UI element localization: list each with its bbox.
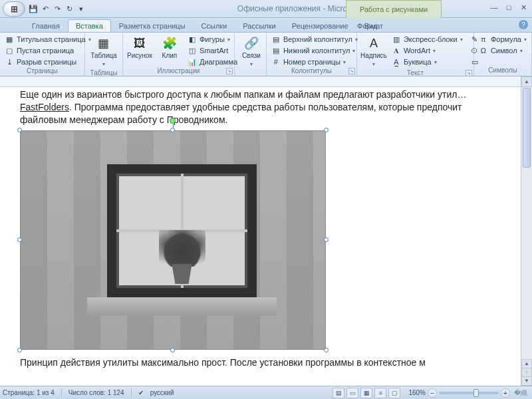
quickparts-icon: ▥ xyxy=(392,35,401,44)
minimize-button[interactable]: — xyxy=(488,3,500,12)
next-page-button[interactable]: ▼ xyxy=(521,376,532,386)
save-icon[interactable]: 💾 xyxy=(28,3,39,14)
repeat-icon[interactable]: ↻ xyxy=(64,3,74,14)
header-button[interactable]: ▤Верхний колонтитул xyxy=(269,34,360,45)
web-layout-view-button[interactable]: ▦ xyxy=(360,388,372,398)
picture-button[interactable]: 🖼Рисунок xyxy=(126,34,154,61)
symbol-icon: Ω xyxy=(479,46,488,55)
blank-page-button[interactable]: ▢Пустая страница xyxy=(3,45,93,56)
scroll-thumb[interactable] xyxy=(523,88,531,168)
zoom-level[interactable]: 160% xyxy=(408,389,426,396)
redo-icon[interactable]: ↷ xyxy=(52,3,63,14)
print-layout-view-button[interactable]: ▤ xyxy=(332,388,344,398)
tab-mailings[interactable]: Рассылки xyxy=(235,19,283,32)
dialog-launcher-icon[interactable]: ↘ xyxy=(226,68,233,74)
group-label-symbols: Символы xyxy=(477,66,529,76)
rotate-handle[interactable] xyxy=(170,118,176,124)
tab-insert[interactable]: Вставка xyxy=(68,19,111,32)
prev-page-button[interactable]: ▲ xyxy=(521,359,532,368)
group-text: AНадпись ▥Экспресс-блоки 𝐀WordArt A̲Букв… xyxy=(357,33,474,76)
fullscreen-reading-view-button[interactable]: ▭ xyxy=(346,388,358,398)
group-label-links xyxy=(237,69,263,76)
wordart-button[interactable]: 𝐀WordArt xyxy=(390,45,465,56)
dialog-launcher-icon[interactable]: ↘ xyxy=(348,68,355,74)
quickparts-button[interactable]: ▥Экспресс-блоки xyxy=(390,34,465,45)
outline-view-button[interactable]: ≡ xyxy=(374,388,386,398)
equation-button[interactable]: πФормула xyxy=(477,34,529,45)
zoom-slider[interactable] xyxy=(439,392,499,394)
horizontal-ruler[interactable] xyxy=(0,76,532,87)
spellcheck-icon[interactable]: ✔ xyxy=(138,389,144,396)
page-break-button[interactable]: ⤓Разрыв страницы xyxy=(3,57,93,67)
cover-page-icon: ▦ xyxy=(5,35,14,44)
dialog-launcher-icon[interactable]: ↘ xyxy=(466,70,472,76)
group-label-headfoot: Колонтитулы↘ xyxy=(269,67,354,76)
smartart-button[interactable]: ◫SmartArt xyxy=(186,45,239,56)
smartart-icon: ◫ xyxy=(188,46,197,55)
vertical-scrollbar[interactable]: ▲ ▲ ◦ ▼ xyxy=(521,76,532,386)
undo-icon[interactable]: ↶ xyxy=(40,3,51,14)
tab-review[interactable]: Рецензирование xyxy=(284,19,356,32)
resize-handle[interactable] xyxy=(17,128,22,132)
textbox-button[interactable]: AНадпись xyxy=(360,34,388,69)
document-area[interactable]: Еще один из вариантов быстрого доступа к… xyxy=(0,76,532,386)
browse-object-button[interactable]: ◦ xyxy=(521,368,532,377)
cover-page-button[interactable]: ▦Титульная страница xyxy=(3,34,93,45)
shapes-icon: ◧ xyxy=(188,35,197,44)
clipart-button[interactable]: 🧩Клип xyxy=(156,34,184,61)
tab-references[interactable]: Ссылки xyxy=(194,19,235,32)
close-button[interactable]: ✕ xyxy=(517,3,529,12)
window-title: Офисные приложения - Microsoft Word xyxy=(86,4,532,13)
group-pages: ▦Титульная страница ▢Пустая страница ⤓Ра… xyxy=(0,33,85,76)
resize-handle[interactable] xyxy=(17,237,22,242)
resize-handle[interactable] xyxy=(324,348,329,352)
scroll-up-button[interactable]: ▲ xyxy=(521,76,532,87)
language-indicator[interactable]: русский xyxy=(150,389,174,396)
chart-button[interactable]: 📊Диаграмма xyxy=(186,57,239,67)
wordart-icon: 𝐀 xyxy=(392,46,401,55)
selected-image[interactable] xyxy=(20,130,326,350)
group-symbols: πФормула ΩСимвол Символы xyxy=(474,33,532,76)
office-button[interactable]: ⊞ xyxy=(3,1,25,17)
footer-button[interactable]: ▤Нижний колонтитул xyxy=(269,45,360,56)
restore-button[interactable]: □ xyxy=(503,3,515,12)
draft-view-button[interactable]: ▢ xyxy=(388,388,400,398)
tab-format[interactable]: Формат xyxy=(349,19,391,32)
resize-grip-icon[interactable]: �織 xyxy=(512,388,529,398)
dropcap-icon: A̲ xyxy=(392,57,401,66)
resize-handle[interactable] xyxy=(17,348,22,352)
shapes-button[interactable]: ◧Фигуры xyxy=(186,34,239,45)
group-header-footer: ▤Верхний колонтитул ▤Нижний колонтитул #… xyxy=(267,33,357,76)
zoom-in-button[interactable]: + xyxy=(501,388,510,398)
page-number-button[interactable]: #Номер страницы xyxy=(269,57,360,67)
tab-page-layout[interactable]: Разметка страницы xyxy=(111,19,194,32)
group-label-tables: Таблицы xyxy=(88,69,120,76)
quick-access-toolbar: 💾 ↶ ↷ ↻ ▾ xyxy=(28,3,86,14)
textbox-icon: A xyxy=(364,35,383,51)
page-number-icon: # xyxy=(271,57,281,66)
dropcap-button[interactable]: A̲Буквица xyxy=(390,57,465,67)
tab-home[interactable]: Главная xyxy=(24,19,68,32)
clipart-icon: 🧩 xyxy=(160,35,179,51)
blank-page-icon: ▢ xyxy=(5,46,14,55)
links-button[interactable]: 🔗Связи xyxy=(237,34,265,69)
group-label-text: Текст↘ xyxy=(360,69,471,76)
zoom-slider-thumb[interactable] xyxy=(473,389,479,397)
body-text: Принцип действия утилиты максимально про… xyxy=(20,356,512,369)
group-tables: ▦ Таблица Таблицы xyxy=(85,33,123,76)
word-count[interactable]: Число слов: 1 124 xyxy=(68,389,124,396)
resize-handle[interactable] xyxy=(324,128,329,132)
contextual-tab-header: Работа с рисунками xyxy=(346,0,442,18)
table-button[interactable]: ▦ Таблица xyxy=(88,34,120,69)
picture-window-frame xyxy=(107,164,257,297)
qat-more-icon[interactable]: ▾ xyxy=(76,3,86,14)
group-label-pages: Страницы xyxy=(3,67,82,76)
help-icon[interactable]: ? xyxy=(519,20,528,29)
resize-handle[interactable] xyxy=(170,128,175,132)
group-links: 🔗Связи xyxy=(235,33,267,76)
zoom-out-button[interactable]: − xyxy=(428,388,437,398)
symbol-button[interactable]: ΩСимвол xyxy=(477,45,529,56)
resize-handle[interactable] xyxy=(324,237,329,242)
resize-handle[interactable] xyxy=(170,348,175,352)
page-indicator[interactable]: Страница: 1 из 4 xyxy=(3,389,55,396)
